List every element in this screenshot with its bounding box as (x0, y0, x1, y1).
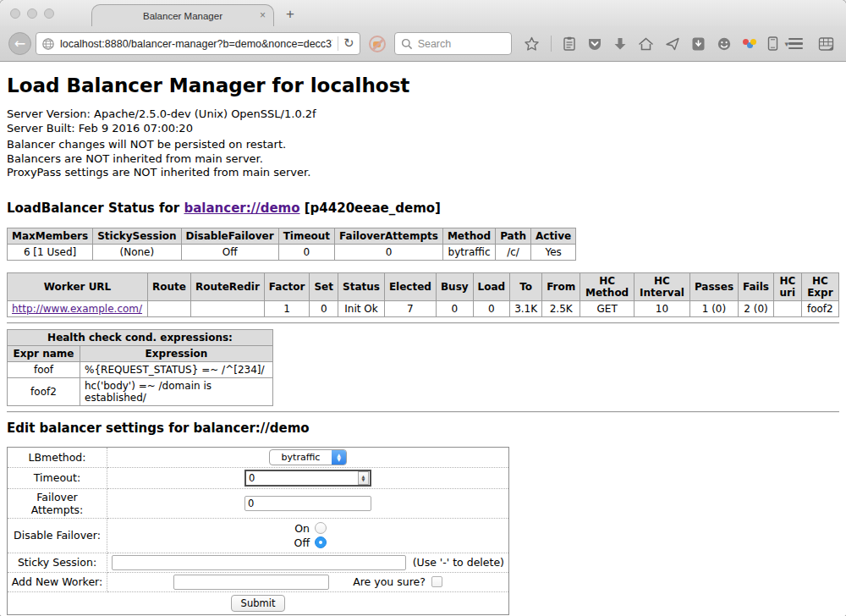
timeout-label: Timeout: (8, 467, 107, 488)
cell: 10 (634, 300, 690, 316)
smiley-icon[interactable] (717, 36, 732, 52)
back-button[interactable]: ← (8, 32, 31, 55)
failover-attempts-input[interactable] (244, 496, 371, 511)
url-text[interactable]: localhost:8880/balancer-manager?b=demo&n… (60, 38, 332, 50)
page-content: Load Balancer Manager for localhost Serv… (0, 62, 846, 616)
server-built: Server Built: Feb 9 2016 07:00:20 (7, 122, 839, 136)
cell: 0 (335, 244, 443, 260)
cell: foof (8, 361, 80, 377)
cell: /c/ (496, 244, 531, 260)
divider (7, 322, 839, 324)
cell (190, 300, 264, 316)
column-header: Factor (264, 272, 310, 300)
panel-download-icon[interactable] (691, 36, 706, 52)
lbmethod-select[interactable]: bytraffic ▲▼ (269, 449, 347, 465)
column-header: Load (473, 272, 510, 300)
column-header: HC uri (774, 272, 802, 300)
keyboard-grid-icon[interactable] (818, 36, 834, 52)
balancer-demo-link[interactable]: balancer://demo (184, 201, 299, 216)
column-header: Active (530, 228, 575, 244)
health-check-table: Health check cond. expressions: Expr nam… (7, 329, 273, 406)
home-icon[interactable] (638, 36, 654, 52)
sticky-session-input[interactable] (112, 555, 406, 570)
cell: 6 [1 Used] (8, 244, 93, 260)
column-header: Busy (436, 272, 473, 300)
cell: Yes (530, 244, 575, 260)
worker-url-link[interactable]: http://www.example.com/ (12, 303, 142, 315)
column-header: RouteRedir (190, 272, 264, 300)
timeout-value: 0 (249, 472, 358, 484)
table-row: 6 [1 Used] (None) Off 0 0 bytraffic /c/ … (8, 244, 576, 260)
pocket-icon[interactable] (587, 36, 602, 52)
tab-close-icon[interactable]: × (260, 9, 266, 21)
close-window-button[interactable] (10, 8, 20, 19)
cell: 1 (264, 300, 310, 316)
column-header: Expression (80, 345, 273, 361)
column-header: Route (148, 272, 191, 300)
column-header: DisableFailover (181, 228, 278, 244)
column-header: HC Method (580, 272, 634, 300)
status-heading: LoadBalancer Status for balancer://demo … (7, 201, 839, 216)
column-header: Method (442, 228, 495, 244)
failover-off-radio[interactable] (315, 536, 327, 548)
cell: foof2 (8, 377, 80, 405)
cell: GET (580, 300, 634, 316)
content-blocked-icon[interactable] (369, 36, 386, 52)
warning-line: Balancers are NOT inherited from main se… (7, 152, 839, 167)
timeout-input[interactable]: 0 ▲▼ (244, 470, 371, 487)
column-header: Passes (689, 272, 738, 300)
cell: 2 (0) (739, 300, 774, 316)
search-bar[interactable]: Search (394, 32, 513, 55)
browser-window: Balancer Manager × + ← localhost:8880/ba… (0, 0, 846, 616)
search-icon (401, 38, 413, 50)
cell: http://www.example.com/ (8, 300, 148, 316)
column-header: StickySession (93, 228, 181, 244)
cell: 2.5K (542, 300, 580, 316)
cell: 0 (473, 300, 510, 316)
cell (774, 300, 802, 316)
reading-list-icon[interactable] (563, 36, 576, 52)
cell: (None) (93, 244, 181, 260)
health-table-title: Health check cond. expressions: (8, 329, 273, 345)
toolbar-buttons: ▾ (524, 36, 788, 52)
column-header: HC Interval (634, 272, 690, 300)
failover-on-radio[interactable] (315, 522, 327, 534)
cell: 1 (0) (689, 300, 738, 316)
disable-failover-label: Disable Failover: (8, 518, 107, 553)
are-you-sure-checkbox[interactable] (431, 576, 442, 587)
nav-toolbar: ← localhost:8880/balancer-manager?b=demo… (0, 26, 846, 62)
search-placeholder: Search (418, 38, 452, 50)
column-header: Set (310, 272, 338, 300)
cell: 0 (278, 244, 334, 260)
column-header: Expr name (8, 345, 80, 361)
tab-balancer-manager[interactable]: Balancer Manager × (91, 4, 274, 26)
server-info: Server Version: Apache/2.5.0-dev (Unix) … (7, 107, 839, 135)
column-header: Path (496, 228, 531, 244)
downloads-icon[interactable] (613, 36, 627, 52)
reload-icon[interactable]: ↻ (343, 37, 354, 50)
cell: 0 (310, 300, 338, 316)
submit-button[interactable]: Submit (231, 595, 286, 612)
add-new-worker-label: Add New Worker: (8, 572, 107, 591)
number-spinner-icon[interactable]: ▲▼ (358, 471, 369, 485)
radio-off-label: Off (289, 536, 310, 549)
menu-icon[interactable] (788, 38, 803, 50)
column-header: Fails (739, 272, 774, 300)
new-tab-button[interactable]: + (286, 6, 294, 23)
sticky-session-label: Sticky Session: (8, 553, 107, 572)
add-worker-input[interactable] (173, 575, 329, 590)
color-dots-addon-icon[interactable] (743, 39, 756, 48)
url-bar[interactable]: localhost:8880/balancer-manager?b=demo&n… (36, 32, 360, 55)
globe-icon (41, 37, 55, 51)
failover-attempts-label: Failover Attempts: (8, 488, 107, 518)
column-header: From (542, 272, 580, 300)
send-tab-icon[interactable] (665, 36, 680, 52)
cell: %{REQUEST_STATUS} =~ /^[234]/ (80, 361, 273, 377)
minimize-window-button[interactable] (27, 8, 37, 19)
cell: foof2 (801, 300, 838, 316)
zoom-window-button[interactable] (44, 8, 54, 19)
edit-balancer-form: LBmethod: bytraffic ▲▼ Timeout: 0 ▲▼ (7, 447, 509, 615)
bookmark-star-icon[interactable] (524, 36, 540, 52)
device-battery-icon[interactable] (767, 36, 778, 52)
cell: 0 (436, 300, 473, 316)
